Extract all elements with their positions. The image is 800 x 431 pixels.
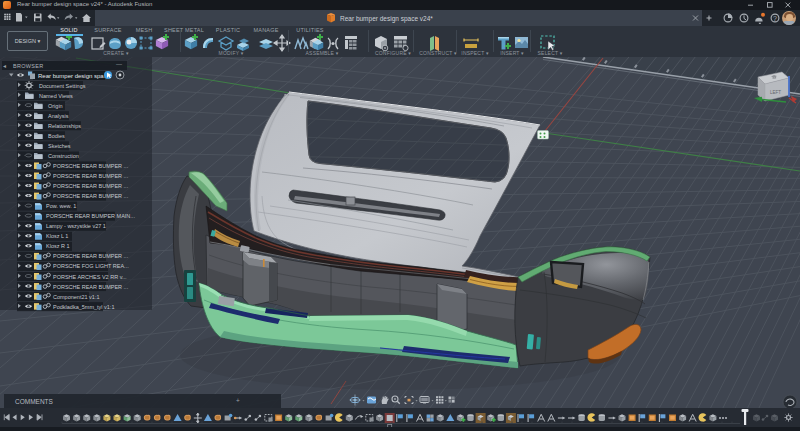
svg-text:Bodies: Bodies (48, 133, 65, 139)
svg-text:Component21 v1:1: Component21 v1:1 (53, 294, 99, 300)
svg-text:Named Views: Named Views (39, 93, 73, 99)
svg-text:Klosz R 1: Klosz R 1 (46, 243, 70, 249)
svg-text:Pow. wew. 1: Pow. wew. 1 (46, 203, 76, 209)
svg-text:PORSCHE FOG LIGHT REA...: PORSCHE FOG LIGHT REA... (53, 263, 129, 269)
svg-text:Construction: Construction (48, 153, 79, 159)
svg-text:PORSHE ARCHES V2 RR v...: PORSHE ARCHES V2 RR v... (53, 274, 127, 280)
svg-text:PORSCHE REAR BUMPER ...: PORSCHE REAR BUMPER ... (53, 163, 129, 169)
svg-text:Podkladka_5mm_tyl v1:1: Podkladka_5mm_tyl v1:1 (53, 304, 114, 310)
svg-text:?: ? (773, 15, 777, 22)
svg-text:PORSCHE REAR BUMPER MAIN...: PORSCHE REAR BUMPER MAIN... (46, 213, 135, 219)
svg-text:LEFT: LEFT (770, 90, 781, 95)
svg-text:Relationships: Relationships (48, 123, 81, 129)
svg-text:Klosz L 1: Klosz L 1 (46, 233, 68, 239)
svg-text:Document Settings: Document Settings (39, 83, 86, 89)
svg-text:Analysis: Analysis (48, 113, 69, 119)
svg-text:PORSCHE REAR BUMPER ...: PORSCHE REAR BUMPER ... (53, 253, 129, 259)
svg-text:PORSCHE REAR BUMPER ...: PORSCHE REAR BUMPER ... (53, 183, 129, 189)
svg-text:Lampy - wszystkie v27 1: Lampy - wszystkie v27 1 (46, 223, 106, 229)
svg-text:Rear bumper design spa...: Rear bumper design spa... (38, 73, 109, 79)
svg-text:PORSCHE REAR BUMPER ...: PORSCHE REAR BUMPER ... (53, 193, 129, 199)
svg-text:Sketches: Sketches (48, 143, 71, 149)
svg-text:PORSCHE REAR BUMPER ...: PORSCHE REAR BUMPER ... (53, 284, 129, 290)
svg-text:PORSCHE REAR BUMPER ...: PORSCHE REAR BUMPER ... (53, 173, 129, 179)
svg-text:Rear bumper design space v24*: Rear bumper design space v24* (340, 15, 433, 23)
svg-text:Origin: Origin (48, 103, 63, 109)
